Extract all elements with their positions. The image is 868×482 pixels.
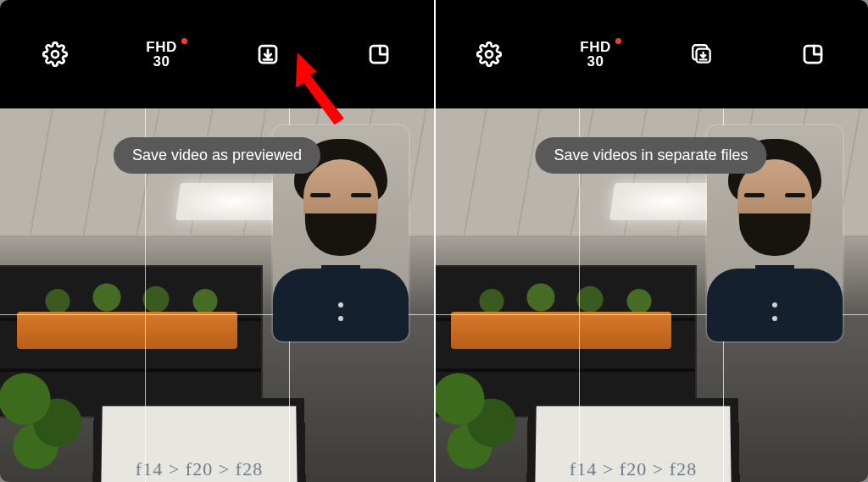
camera-preview[interactable]: f14 > f20 > f28 Save videos in separate … [434,108,868,482]
panel-separator [434,0,436,482]
framerate-label: 30 [580,54,610,69]
toast-message: Save videos in separate files [535,137,766,174]
toast-message: Save video as previewed [114,137,320,174]
save-mode-button[interactable] [248,34,288,75]
pip-layout-icon [800,42,826,67]
framerate-label: 30 [146,54,176,69]
svg-point-0 [52,51,58,58]
recording-dot-icon [181,38,187,44]
pip-layout-icon [366,42,392,67]
svg-point-4 [486,51,492,58]
resolution-button[interactable]: FHD 30 [580,40,610,69]
whiteboard-text: f14 > f20 > f28 [526,398,740,482]
resolution-button[interactable]: FHD 30 [146,40,176,69]
layout-button[interactable] [359,34,399,75]
camera-top-bar: FHD 30 [0,0,434,108]
save-separate-icon [689,42,715,67]
save-single-icon [255,42,281,67]
screenshot-left: FHD 30 f14 > f20 > f28 [0,0,434,482]
screenshot-right: FHD 30 f14 > f20 > f28 [434,0,868,482]
camera-preview[interactable]: f14 > f20 > f28 Save video as previewed [0,108,434,482]
layout-button[interactable] [793,34,833,75]
camera-top-bar: FHD 30 [434,0,868,108]
settings-button[interactable] [469,34,509,75]
settings-button[interactable] [35,34,75,75]
save-mode-button[interactable] [682,34,722,75]
whiteboard-text: f14 > f20 > f28 [92,398,306,482]
gear-icon [42,42,68,67]
gear-icon [476,42,502,67]
recording-dot-icon [615,38,621,44]
